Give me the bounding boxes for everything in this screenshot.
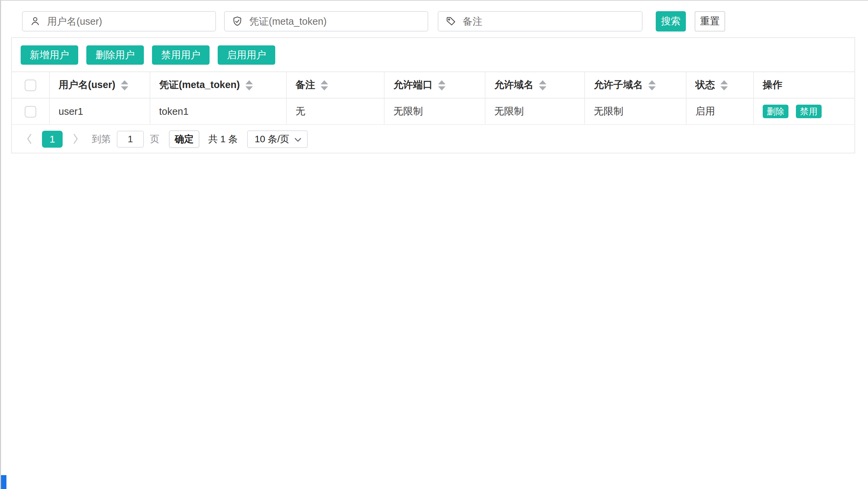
remark-input[interactable] [463,16,635,27]
column-header-domains[interactable]: 允许域名 [485,72,585,98]
cell-remark: 无 [286,98,384,125]
chevron-down-icon [294,134,302,145]
tag-icon [445,16,457,27]
enable-user-button[interactable]: 启用用户 [218,45,275,65]
username-input[interactable] [47,16,209,27]
cell-status: 启用 [686,98,754,125]
table-row: user1 token1 无 无限制 无限制 无限制 启用 删除 禁用 [12,98,854,125]
row-checkbox[interactable] [25,106,36,118]
goto-confirm-button[interactable]: 确定 [169,130,199,148]
search-bar: 搜索 重置 [22,11,868,31]
column-header-ports[interactable]: 允许端口 [384,72,485,98]
total-count-label: 共 1 条 [208,133,238,146]
column-header-username[interactable]: 用户名(user) [49,72,150,98]
page-number-button[interactable]: 1 [42,131,63,148]
cell-domains: 无限制 [485,98,585,125]
token-field-wrapper [224,11,428,31]
goto-page-input[interactable] [117,131,144,148]
chevron-left-icon [25,132,33,146]
sort-icon[interactable] [720,80,728,90]
sort-icon[interactable] [321,80,328,90]
cell-username: user1 [49,98,150,125]
column-header-token[interactable]: 凭证(meta_token) [150,72,286,98]
column-header-actions: 操作 [754,72,854,98]
cell-actions: 删除 禁用 [754,98,854,125]
column-header-status[interactable]: 状态 [686,72,754,98]
shield-check-icon [232,16,243,27]
status-indicator [1,475,6,489]
reset-button[interactable]: 重置 [695,11,725,31]
sort-icon[interactable] [648,80,656,90]
cell-ports: 无限制 [384,98,485,125]
goto-page-suffix: 页 [150,133,159,146]
delete-user-button[interactable]: 删除用户 [86,45,144,65]
toolbar: 新增用户 删除用户 禁用用户 启用用户 [12,38,854,71]
page-size-select[interactable]: 10 条/页 [247,130,308,148]
add-user-button[interactable]: 新增用户 [21,45,78,65]
remark-field-wrapper [438,11,643,31]
sort-icon[interactable] [438,80,446,90]
row-delete-button[interactable]: 删除 [763,105,788,118]
sort-icon[interactable] [121,80,128,90]
user-table-panel: 新增用户 删除用户 禁用用户 启用用户 用户名(user) 凭证(meta_to… [11,37,855,153]
sort-icon[interactable] [245,80,253,90]
disable-user-button[interactable]: 禁用用户 [152,45,210,65]
goto-page-label: 到第 [92,133,111,146]
table-header-row: 用户名(user) 凭证(meta_token) 备注 允许端口 允许域名 允许… [12,72,854,98]
cell-subdomains: 无限制 [585,98,686,125]
page-size-value: 10 条/页 [255,133,289,146]
select-all-checkbox[interactable] [25,80,36,91]
column-header-remark[interactable]: 备注 [286,72,384,98]
cell-token: token1 [150,98,286,125]
user-management-page: { "page": { "accent_color": "#17b7a3", "… [0,0,868,489]
sort-icon[interactable] [539,80,546,90]
username-field-wrapper [22,11,216,31]
chevron-right-icon [71,132,80,146]
search-button[interactable]: 搜索 [656,11,686,31]
prev-page-button[interactable] [25,132,33,146]
users-table: 用户名(user) 凭证(meta_token) 备注 允许端口 允许域名 允许… [12,71,854,125]
token-input[interactable] [249,16,421,27]
row-disable-button[interactable]: 禁用 [796,105,822,118]
column-header-subdomains[interactable]: 允许子域名 [585,72,686,98]
pagination: 1 到第 页 确定 共 1 条 10 条/页 [25,130,854,148]
user-icon [29,16,41,27]
next-page-button[interactable] [71,132,80,146]
